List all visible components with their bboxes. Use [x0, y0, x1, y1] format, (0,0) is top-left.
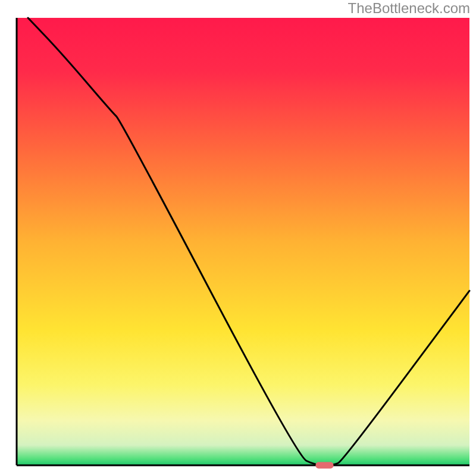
gradient-background	[17, 18, 469, 465]
optimal-marker	[315, 462, 333, 469]
chart-container: { "watermark": "TheBottleneck.com", "cha…	[0, 0, 476, 476]
bottleneck-chart	[0, 0, 476, 476]
watermark-text: TheBottleneck.com	[348, 0, 470, 17]
